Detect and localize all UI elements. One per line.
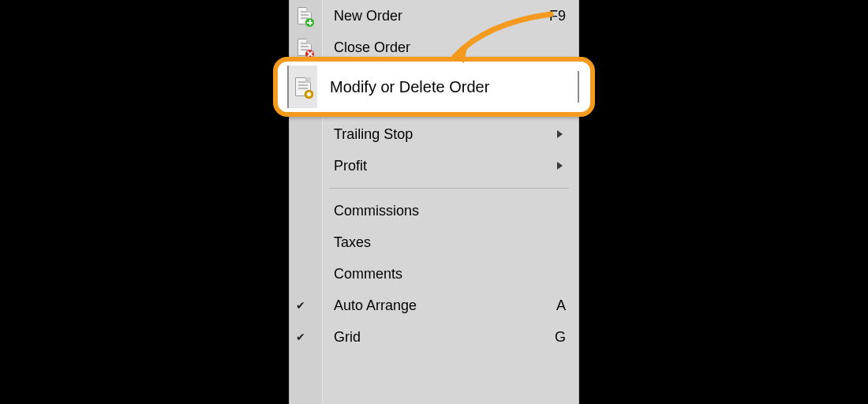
document-plus-icon bbox=[297, 7, 312, 24]
checkmark-icon: ✔ bbox=[296, 331, 305, 343]
highlight-right-border bbox=[578, 71, 579, 103]
menu-item-label: New Order bbox=[334, 8, 549, 24]
menu-item-label: Comments bbox=[334, 266, 566, 282]
menu-item-trailing-stop[interactable]: Trailing Stop bbox=[290, 118, 578, 150]
menu-item-new-order[interactable]: New Order F9 bbox=[290, 0, 578, 32]
document-gear-icon bbox=[295, 77, 311, 96]
menu-item-label: Modify or Delete Order bbox=[317, 78, 489, 96]
menu-item-comments[interactable]: Comments bbox=[290, 258, 578, 290]
menu-item-label: Close Order bbox=[334, 39, 566, 56]
submenu-arrow-icon bbox=[557, 162, 563, 170]
menu-item-label: Profit bbox=[334, 158, 557, 174]
menu-item-commissions[interactable]: Commissions bbox=[290, 195, 578, 226]
menu-item-label: Auto Arrange bbox=[334, 297, 556, 314]
menu-item-shortcut: F9 bbox=[549, 8, 566, 24]
menu-item-grid[interactable]: ✔ Grid G bbox=[290, 321, 578, 353]
menu-item-auto-arrange[interactable]: ✔ Auto Arrange A bbox=[290, 290, 578, 321]
document-close-icon bbox=[297, 39, 312, 56]
menu-item-shortcut: G bbox=[555, 329, 566, 346]
menu-item-label: Trailing Stop bbox=[334, 126, 557, 143]
menu-item-profit[interactable]: Profit bbox=[290, 150, 578, 181]
menu-item-shortcut: A bbox=[556, 297, 566, 314]
menu-item-label: Taxes bbox=[334, 234, 566, 251]
checkmark-icon: ✔ bbox=[296, 299, 305, 312]
menu-item-label: Grid bbox=[334, 329, 555, 346]
menu-separator bbox=[329, 188, 569, 189]
menu-item-taxes[interactable]: Taxes bbox=[290, 226, 578, 258]
menu-item-label: Commissions bbox=[334, 203, 566, 219]
highlight-icon-column bbox=[287, 65, 317, 108]
submenu-arrow-icon bbox=[557, 130, 563, 138]
menu-item-modify-delete-order-highlight[interactable]: Modify or Delete Order bbox=[273, 57, 595, 117]
